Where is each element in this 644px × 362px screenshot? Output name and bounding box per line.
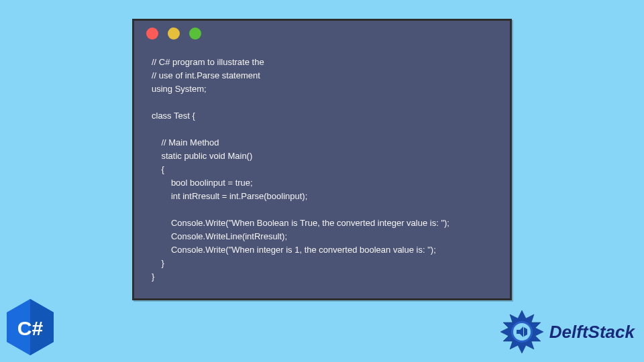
csharp-logo-text: C#	[17, 317, 44, 339]
close-dot-icon	[146, 27, 158, 40]
csharp-logo-icon: C#	[4, 298, 56, 357]
minimize-dot-icon	[168, 27, 180, 40]
delftstack-badge-icon	[498, 308, 545, 355]
code-content: // C# program to illustrate the // use o…	[134, 46, 510, 297]
delftstack-text: DelftStack	[549, 322, 635, 343]
maximize-dot-icon	[189, 27, 201, 40]
code-window: // C# program to illustrate the // use o…	[132, 19, 512, 300]
delftstack-logo: DelftStack	[498, 308, 635, 355]
window-titlebar	[134, 21, 510, 46]
